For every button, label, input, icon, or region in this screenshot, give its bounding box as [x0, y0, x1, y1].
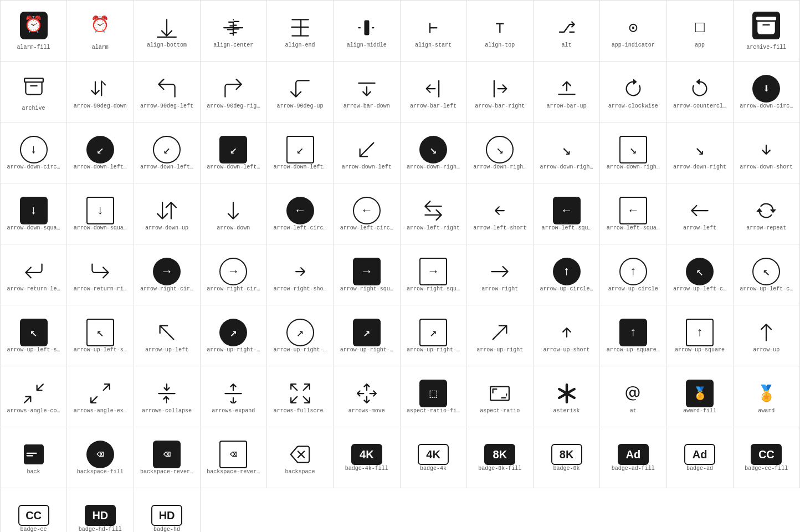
icon-cell-arrow-down-left-square-fill[interactable]: ↙arrow-down-left… [201, 122, 267, 183]
icon-cell-arrow-90deg-right[interactable]: arrow-90deg-rig… [201, 62, 267, 122]
icon-cell-arrow-clockwise[interactable]: arrow-clockwise [600, 62, 666, 122]
icon-cell-arrow-down-left-circle-fill[interactable]: ↙arrow-down-left… [67, 122, 134, 183]
icon-cell-arrow-return-right[interactable]: arrow-return-ri… [67, 244, 134, 305]
icon-cell-arrow-down-right[interactable]: ↘arrow-down-right [667, 122, 734, 183]
icon-cell-arrow-bar-up[interactable]: arrow-bar-up [534, 62, 600, 122]
icon-cell-aspect-ratio[interactable]: aspect-ratio [467, 366, 534, 427]
icon-cell-award[interactable]: 🏅award [734, 366, 800, 427]
icon-cell-badge-ad-fill[interactable]: Adbadge-ad-fill [600, 427, 666, 488]
icon-cell-arrow-right-short[interactable]: arrow-right-sho… [267, 244, 334, 305]
icon-cell-archive[interactable]: archive [1, 62, 67, 122]
icon-cell-arrow-repeat[interactable]: arrow-repeat [734, 183, 800, 244]
icon-cell-arrow-down-short[interactable]: arrow-down-short [734, 122, 800, 183]
icon-cell-arrow-up-left-square-fill[interactable]: ↖arrow-up-left-s… [1, 305, 67, 366]
icon-cell-arrow-right-square[interactable]: →arrow-right-squ… [401, 244, 467, 305]
icon-cell-badge-8k[interactable]: 8Kbadge-8k [534, 427, 600, 488]
icon-cell-arrow-counterclockwise[interactable]: arrow-countercl… [667, 62, 734, 122]
icon-cell-arrows-angle-contract[interactable]: arrows-angle-co… [1, 366, 67, 427]
icon-cell-arrow-90deg-up[interactable]: arrow-90deg-up [267, 62, 334, 122]
icon-cell-alt[interactable]: ⎇alt [534, 1, 600, 62]
icon-cell-alarm[interactable]: ⏰alarm [67, 1, 134, 62]
icon-cell-arrow-down-right-arrow[interactable]: ↘arrow-down-righ… [534, 122, 600, 183]
icon-cell-arrow-left-square-fill[interactable]: ←arrow-left-squ… [534, 183, 600, 244]
icon-cell-arrow-down-square[interactable]: ↓arrow-down-squa… [67, 183, 134, 244]
icon-cell-backspace-reverse-fill[interactable]: ⌫backspace-rever… [134, 427, 201, 488]
icon-cell-arrow-right[interactable]: arrow-right [467, 244, 534, 305]
icon-cell-arrow-up-circle[interactable]: ↑arrow-up-circle [600, 244, 666, 305]
icon-cell-arrow-90deg-down[interactable]: arrow-90deg-down [67, 62, 134, 122]
icon-cell-arrow-up-square-fill[interactable]: ↑arrow-up-square… [600, 305, 666, 366]
icon-cell-align-center[interactable]: align-center [201, 1, 267, 62]
icon-cell-arrow-left-circle-fill[interactable]: ←arrow-left-circ… [267, 183, 334, 244]
icon-cell-arrow-down-left-square[interactable]: ↙arrow-down-left… [267, 122, 334, 183]
icon-cell-arrow-left[interactable]: arrow-left [667, 183, 734, 244]
icon-cell-arrow-up-right-square-fill[interactable]: ↗arrow-up-right-… [334, 305, 400, 366]
icon-cell-arrow-down[interactable]: arrow-down [201, 183, 267, 244]
icon-cell-arrow-up-square[interactable]: ↑arrow-up-square [667, 305, 734, 366]
icon-cell-backspace-fill[interactable]: ⌫backspace-fill [67, 427, 134, 488]
icon-cell-arrow-up-right-square[interactable]: ↗arrow-up-right-… [401, 305, 467, 366]
icon-cell-badge-cc[interactable]: CCbadge-cc [1, 488, 67, 532]
icon-cell-arrow-up-short[interactable]: arrow-up-short [534, 305, 600, 366]
icon-cell-backspace-reverse[interactable]: ⌫backspace-rever… [201, 427, 267, 488]
icon-cell-arrow-down-right-fill[interactable]: ↘arrow-down-righ… [401, 122, 467, 183]
icon-cell-arrow-up[interactable]: arrow-up [734, 305, 800, 366]
icon-cell-arrow-up-circle-fill[interactable]: ↑arrow-up-circle… [534, 244, 600, 305]
icon-cell-arrow-down-up[interactable]: arrow-down-up [134, 183, 201, 244]
icon-cell-arrow-bar-left[interactable]: arrow-bar-left [401, 62, 467, 122]
icon-cell-app-indicator[interactable]: ⊙app-indicator [600, 1, 666, 62]
icon-cell-arrow-down-right-square[interactable]: ↘arrow-down-righ… [600, 122, 666, 183]
icon-cell-alarm-fill[interactable]: ⏰alarm-fill [1, 1, 67, 62]
icon-cell-arrow-90deg-left[interactable]: arrow-90deg-left [134, 62, 201, 122]
icon-cell-arrow-up-left-circle[interactable]: ↖arrow-up-left-c… [734, 244, 800, 305]
icon-cell-asterisk[interactable]: asterisk [534, 366, 600, 427]
icon-cell-arrow-left-right[interactable]: arrow-left-right [401, 183, 467, 244]
icon-cell-arrow-down-left[interactable]: arrow-down-left [334, 122, 400, 183]
icon-cell-arrows-fullscreen[interactable]: arrows-fullscre… [267, 366, 334, 427]
icon-cell-align-middle[interactable]: align-middle [334, 1, 400, 62]
icon-cell-arrow-bar-right[interactable]: arrow-bar-right [467, 62, 534, 122]
icon-cell-arrow-down-circle-fill[interactable]: ⬇arrow-down-circ… [734, 62, 800, 122]
icon-cell-badge-4k-fill[interactable]: 4Kbadge-4k-fill [334, 427, 400, 488]
icon-cell-arrow-down-circle[interactable]: ↓arrow-down-circ… [1, 122, 67, 183]
icon-cell-badge-8k-fill[interactable]: 8Kbadge-8k-fill [467, 427, 534, 488]
icon-cell-aspect-ratio-fill[interactable]: ⬚aspect-ratio-fi… [401, 366, 467, 427]
icon-cell-arrow-up-left-square[interactable]: ↖arrow-up-left-s… [67, 305, 134, 366]
icon-cell-arrows-move[interactable]: arrows-move [334, 366, 400, 427]
icon-cell-arrows-angle-expand[interactable]: arrows-angle-ex… [67, 366, 134, 427]
icon-symbol: ← [286, 197, 314, 224]
icon-cell-arrow-up-right-circle-fill[interactable]: ↗arrow-up-right-… [201, 305, 267, 366]
icon-cell-arrow-up-right[interactable]: arrow-up-right [467, 305, 534, 366]
icon-cell-arrow-right-square-fill[interactable]: →arrow-right-squ… [334, 244, 400, 305]
icon-cell-arrow-right-circle-fill[interactable]: →arrow-right-cir… [134, 244, 201, 305]
icon-cell-badge-ad[interactable]: Adbadge-ad [667, 427, 734, 488]
icon-cell-badge-cc-fill[interactable]: CCbadge-cc-fill [734, 427, 800, 488]
icon-cell-arrow-up-left-circle-fill[interactable]: ↖arrow-up-left-c… [667, 244, 734, 305]
icon-cell-app[interactable]: □app [667, 1, 734, 62]
icon-cell-arrow-up-right-circle[interactable]: ↗arrow-up-right-… [267, 305, 334, 366]
icon-cell-arrow-left-circle[interactable]: ←arrow-left-circ… [334, 183, 400, 244]
icon-cell-backspace[interactable]: backspace [267, 427, 334, 488]
icon-cell-badge-hd-fill[interactable]: HDbadge-hd-fill [67, 488, 134, 532]
icon-cell-arrows-collapse[interactable]: arrows-collapse [134, 366, 201, 427]
icon-cell-arrow-bar-down[interactable]: arrow-bar-down [334, 62, 400, 122]
icon-cell-arrow-left-short[interactable]: arrow-left-short [467, 183, 534, 244]
icon-cell-align-top[interactable]: ⊤align-top [467, 1, 534, 62]
icon-cell-award-fill[interactable]: 🏅award-fill [667, 366, 734, 427]
icon-cell-arrows-expand[interactable]: arrows-expand [201, 366, 267, 427]
icon-cell-at[interactable]: at [600, 366, 666, 427]
icon-cell-badge-4k[interactable]: 4Kbadge-4k [401, 427, 467, 488]
icon-cell-arrow-down-square-fill[interactable]: ↓arrow-down-squa… [1, 183, 67, 244]
icon-cell-align-start[interactable]: ⊢align-start [401, 1, 467, 62]
icon-cell-badge-hd[interactable]: HDbadge-hd [134, 488, 201, 532]
icon-cell-arrow-down-right-circle[interactable]: ↘arrow-down-righ… [467, 122, 534, 183]
icon-cell-arrow-left-square[interactable]: ←arrow-left-squa… [600, 183, 666, 244]
icon-cell-align-end[interactable]: align-end [267, 1, 334, 62]
icon-cell-arrow-down-left-circle[interactable]: ↙arrow-down-left… [134, 122, 201, 183]
icon-cell-arrow-up-left[interactable]: arrow-up-left [134, 305, 201, 366]
icon-cell-arrow-right-circle[interactable]: →arrow-right-cir… [201, 244, 267, 305]
icon-cell-archive-fill[interactable]: archive-fill [734, 1, 800, 62]
icon-cell-align-bottom[interactable]: align-bottom [134, 1, 201, 62]
icon-cell-back[interactable]: back [1, 427, 67, 488]
icon-cell-arrow-return-left[interactable]: arrow-return-le… [1, 244, 67, 305]
